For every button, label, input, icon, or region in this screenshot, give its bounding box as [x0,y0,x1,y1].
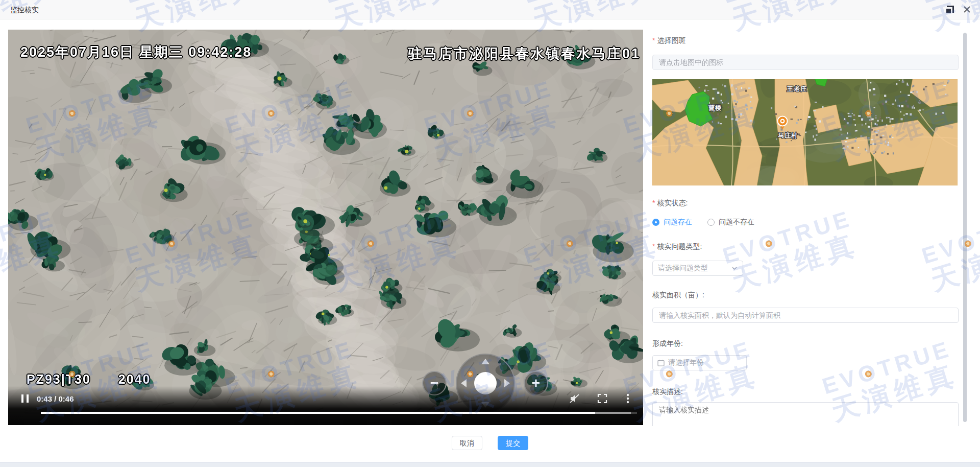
submit-button[interactable]: 提交 [498,436,528,450]
monitor-verify-dialog: 监控核实 2025年07月16日 星期三 09:42:28 驻马店市泌阳县春水镇… [0,0,980,462]
pause-button[interactable] [21,394,29,403]
map-label-village-center: 马庄村 [778,132,798,139]
osd-datetime: 2025年07月16日 星期三 09:42:28 [20,43,252,61]
dialog-header: 监控核实 [0,0,980,19]
field-label-status: 核实状态: [652,198,959,208]
chevron-down-icon [731,265,738,271]
status-radio-group: 问题存在 问题不存在 [652,217,959,227]
video-player[interactable]: 2025年07月16日 星期三 09:42:28 驻马店市泌阳县春水镇春水马庄0… [8,30,643,425]
video-time-display: 0:43 / 0:46 [37,394,74,403]
close-icon[interactable] [963,6,971,13]
ptz-up-arrow-icon[interactable] [481,359,489,364]
field-label-description: 核实描述: [652,387,959,396]
video-control-bar: 0:43 / 0:46 [8,386,643,425]
calendar-icon [657,359,665,366]
video-progress-bar[interactable] [41,412,637,414]
verify-form-panel: 选择图斑 [652,30,959,426]
plot-map[interactable]: 王老庄 曹楼 马庄村 [652,79,958,185]
description-textarea[interactable] [652,402,959,426]
area-input[interactable] [652,308,959,323]
more-options-icon[interactable] [622,392,634,405]
dialog-title: 监控核实 [10,6,39,15]
video-progress-played [41,412,595,414]
panel-scrollbar[interactable] [963,33,967,422]
cancel-button[interactable]: 取消 [452,436,482,450]
dialog-footer: 取消 提交 [0,430,980,462]
osd-location: 驻马店市泌阳县春水镇春水马庄01 [408,44,641,63]
issue-type-select[interactable]: 请选择问题类型 [652,261,743,276]
field-label-issue-type: 核实问题类型: [652,242,959,251]
map-label-village-left: 曹楼 [708,104,722,111]
radio-unselected-icon [707,219,715,226]
osd-ptz-label: PZ93|T30 [27,372,91,387]
year-picker[interactable]: 请选择年份 [652,355,747,370]
field-label-area: 核实面积（亩）: [652,290,959,300]
plot-input[interactable] [652,55,959,70]
field-label-plot: 选择图斑 [652,36,959,45]
fullscreen-icon[interactable] [596,392,608,405]
restore-window-icon[interactable] [946,6,954,13]
map-label-village-top: 王老庄 [787,85,807,92]
volume-muted-icon[interactable] [569,392,581,405]
osd-ptz-readout: PZ93|T30 2040 [27,372,151,387]
radio-problem-exists[interactable]: 问题存在 [652,218,692,227]
osd-ptz-value: 2040 [118,372,151,387]
field-label-year: 形成年份: [652,339,959,348]
page-background-strip [0,462,980,467]
video-frame [8,30,643,425]
radio-selected-icon [652,219,659,226]
radio-problem-not-exists[interactable]: 问题不存在 [707,218,754,227]
